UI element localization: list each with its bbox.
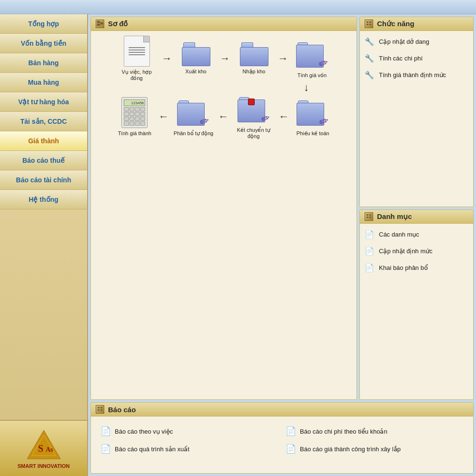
folder-tool-icon-3: ✏: [297, 97, 329, 128]
sidebar-item-bao-cao-thue[interactable]: Báo cáo thuế: [0, 151, 87, 170]
svg-rect-20: [100, 409, 102, 411]
xuat-kho-label: Xuất kho: [185, 69, 206, 75]
phan-bo-label: Phân bổ tự động: [174, 130, 213, 137]
folder-icon-nhap-kho: [240, 42, 268, 66]
flow-item-ket-chuyen[interactable]: ✏ Kết chuyển tự động: [233, 94, 274, 139]
menu-item-khai-bao-phan-bo[interactable]: 📄 Khai báo phân bổ: [360, 259, 473, 276]
arrow-4: ←: [159, 110, 169, 123]
chuc-nang-body: 🔧 Cập nhật dở dang 🔧 Tính các chi phí 🔧 …: [360, 31, 473, 207]
document-icon: [124, 36, 150, 67]
flow-item-tinh-gia-von[interactable]: ✏ Tính giá vốn: [293, 39, 331, 79]
tinh-gia-thanh-label: Tính giá thành: [118, 130, 151, 136]
bao-cao-item-2-label: Báo cáo chi phí theo tiểu khoản: [300, 428, 387, 435]
logo-brand: SMART INNOVATION: [7, 463, 80, 469]
pen-icon-4: ✏: [317, 113, 331, 129]
cac-danh-muc-label: Các danh mục: [379, 231, 419, 238]
chuc-nang-panel: Chức năng 🔧 Cập nhật dở dang 🔧 Tính các …: [359, 17, 474, 207]
bao-cao-item-2[interactable]: 📄 Báo cáo chi phí theo tiểu khoản: [283, 424, 466, 439]
arrow-2: →: [220, 52, 230, 65]
pen-icon-3: ✏: [259, 111, 272, 126]
flow-item-vu-viec[interactable]: Vụ việc, hợp đồng: [117, 36, 157, 81]
sidebar-item-tong-hop[interactable]: Tổng hợp: [0, 14, 87, 34]
khai-bao-phan-bo-label: Khai báo phân bổ: [379, 264, 428, 271]
sidebar-item-vat-tu[interactable]: Vật tư hàng hóa: [0, 92, 87, 112]
cap-nhat-dinh-muc-label: Cập nhật định mức: [379, 248, 433, 255]
bao-cao-item-1-label: Báo cáo theo vụ việc: [115, 428, 173, 435]
sidebar-item-mua-hang[interactable]: Mua hàng: [0, 73, 87, 92]
tool-icon-3: 🔧: [365, 70, 374, 79]
chuc-nang-header: Chức năng: [360, 17, 473, 31]
danh-muc-header: Danh mục: [360, 210, 473, 224]
flow-item-phan-bo[interactable]: ✏ Phân bổ tự động: [174, 97, 213, 137]
menu-item-cap-nhat-do-dang[interactable]: 🔧 Cập nhật dở dang: [360, 33, 473, 50]
svg-text:S: S: [38, 443, 43, 454]
bao-cao-doc-icon-2: 📄: [286, 426, 296, 436]
chuc-nang-icon: [365, 20, 373, 28]
bao-cao-item-4[interactable]: 📄 Báo cáo giá thành công trình xây lắp: [283, 441, 466, 456]
svg-rect-11: [367, 24, 368, 25]
svg-rect-12: [369, 24, 371, 25]
sidebar: Tổng hợp Vốn bằng tiền Bán hàng Mua hàng…: [0, 14, 88, 476]
svg-rect-15: [367, 217, 368, 218]
sidebar-item-he-thong[interactable]: Hệ thống: [0, 190, 87, 209]
svg-text:As: As: [46, 446, 53, 453]
so-do-header: Sơ đồ: [91, 17, 357, 31]
ket-chuyen-label: Kết chuyển tự động: [233, 127, 274, 139]
pen-icon-1: ✏: [317, 55, 330, 71]
bao-cao-doc-icon-3: 📄: [100, 444, 111, 454]
folder-icon-xuat-kho: [182, 42, 210, 66]
flow-row-1: Vụ việc, hợp đồng → Xuất kho →: [98, 36, 349, 81]
pen-icon-2: ✏: [198, 113, 211, 129]
bao-cao-grid: 📄 Báo cáo theo vụ việc 📄 Báo cáo chi phí…: [91, 416, 473, 464]
tinh-cac-chi-phi-label: Tính các chi phí: [379, 55, 423, 62]
flow-item-phieu-ke-toan[interactable]: ✏ Phiếu kế toán: [294, 97, 332, 137]
top-bar: [0, 0, 476, 14]
flow-item-xuat-kho[interactable]: Xuất kho: [177, 42, 215, 75]
svg-rect-6: [100, 22, 103, 24]
sidebar-item-gia-thanh[interactable]: Giá thành: [0, 131, 87, 151]
vu-viec-label: Vụ việc, hợp đồng: [117, 69, 157, 81]
menu-item-cap-nhat-dinh-muc[interactable]: 📄 Cập nhật định mức: [360, 243, 473, 259]
bao-cao-item-1[interactable]: 📄 Báo cáo theo vụ việc: [98, 424, 281, 439]
folder-tool-icon-2: ✏: [177, 97, 209, 128]
svg-rect-10: [369, 21, 371, 23]
bao-cao-item-3[interactable]: 📄 Báo cáo quá trình sản xuất: [98, 441, 281, 456]
nhap-kho-label: Nhập kho: [243, 69, 266, 75]
so-do-panel: Sơ đồ Vụ việc, hợp đồn: [90, 17, 357, 400]
tinh-gia-thanh-dinh-muc-label: Tính giá thành định mức: [379, 71, 446, 79]
bao-cao-icon: [96, 405, 104, 414]
sidebar-item-tai-san[interactable]: Tài sản, CCDC: [0, 112, 87, 131]
flow-row-2: 123456 Tính giá thành ←: [98, 94, 349, 139]
flow-item-tinh-gia-thanh[interactable]: 123456 Tính giá thành: [116, 97, 154, 136]
bao-cao-header: Báo cáo: [91, 403, 473, 416]
chuc-nang-title: Chức năng: [377, 20, 414, 28]
bao-cao-doc-icon-4: 📄: [286, 444, 296, 454]
danh-muc-icon: [365, 212, 373, 221]
danh-muc-title: Danh mục: [377, 212, 412, 221]
svg-rect-17: [98, 407, 99, 408]
so-do-body: Vụ việc, hợp đồng → Xuất kho →: [91, 31, 357, 399]
top-section: Sơ đồ Vụ việc, hợp đồn: [90, 17, 474, 400]
sidebar-logo: S As SMART INNOVATION: [0, 420, 87, 476]
danh-muc-panel: Danh mục 📄 Các danh mục 📄 Cập nhật định …: [359, 209, 474, 400]
arrow-3: →: [278, 52, 288, 65]
sidebar-item-von-bang-tien[interactable]: Vốn bằng tiền: [0, 34, 87, 53]
svg-rect-13: [367, 214, 368, 216]
folder-tool-icon-1: ✏: [296, 39, 328, 70]
bao-cao-title: Báo cáo: [108, 406, 136, 414]
sidebar-item-ban-hang[interactable]: Bán hàng: [0, 53, 87, 73]
tool-icon-2: 🔧: [365, 54, 374, 63]
sidebar-item-bao-cao-tai-chinh[interactable]: Báo cáo tài chính: [0, 170, 87, 190]
doc-icon-3: 📄: [365, 263, 374, 272]
menu-item-cac-danh-muc[interactable]: 📄 Các danh mục: [360, 226, 473, 243]
svg-rect-14: [369, 214, 371, 216]
menu-item-tinh-gia-thanh-dinh-muc[interactable]: 🔧 Tính giá thành định mức: [360, 67, 473, 83]
arrow-1: →: [162, 52, 172, 65]
menu-item-tinh-cac-chi-phi[interactable]: 🔧 Tính các chi phí: [360, 50, 473, 67]
flow-item-nhap-kho[interactable]: Nhập kho: [235, 42, 273, 75]
bao-cao-item-4-label: Báo cáo giá thành công trình xây lắp: [300, 446, 401, 453]
svg-rect-16: [369, 217, 371, 218]
phieu-ke-toan-label: Phiếu kế toán: [297, 130, 329, 137]
bao-cao-doc-icon-1: 📄: [100, 426, 111, 436]
right-panels: Chức năng 🔧 Cập nhật dở dang 🔧 Tính các …: [359, 17, 474, 400]
